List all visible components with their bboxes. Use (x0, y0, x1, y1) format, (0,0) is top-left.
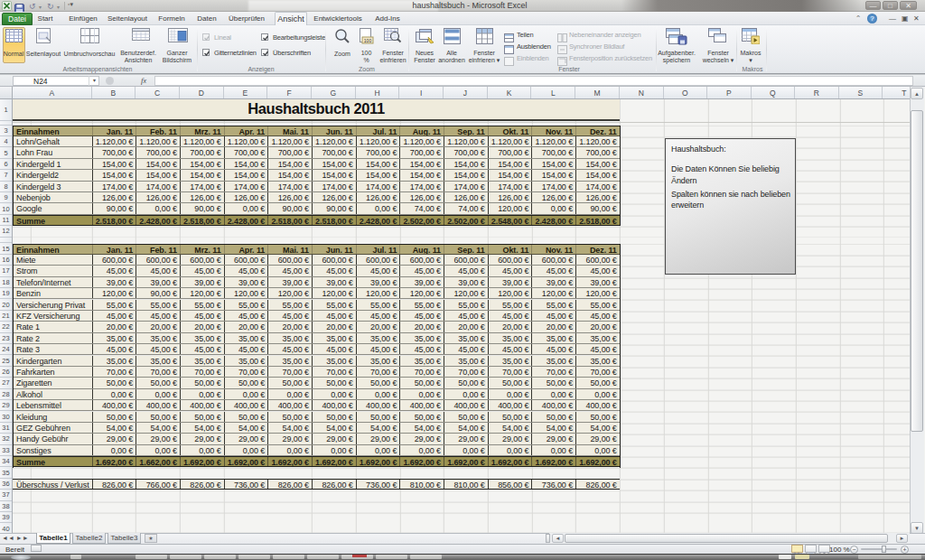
svg-text:100: 100 (364, 38, 372, 43)
